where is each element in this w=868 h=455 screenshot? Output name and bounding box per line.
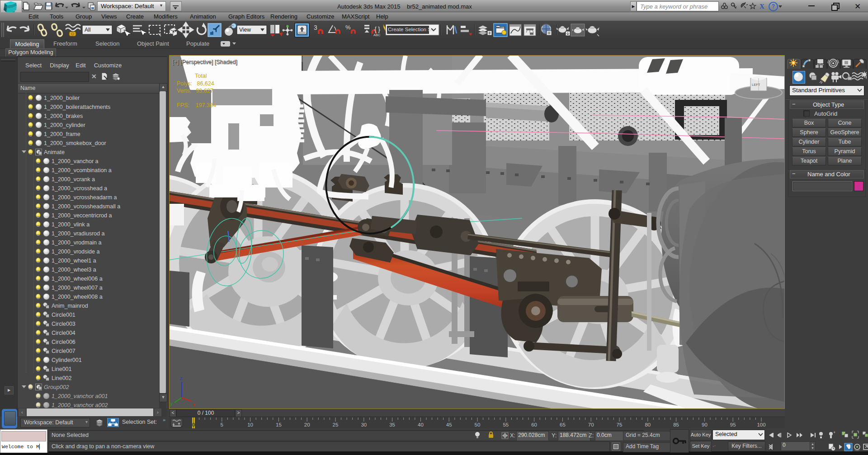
- svg-text:40: 40: [418, 422, 424, 427]
- svg-text:45: 45: [446, 422, 452, 427]
- svg-text:15: 15: [276, 422, 282, 427]
- svg-text:65: 65: [560, 422, 566, 427]
- svg-text:ABC: ABC: [373, 33, 381, 37]
- svg-text:95: 95: [730, 422, 736, 427]
- svg-text:y: y: [170, 401, 173, 406]
- svg-text:}: }: [378, 25, 380, 33]
- svg-text:50: 50: [475, 422, 481, 427]
- svg-text:30: 30: [361, 422, 367, 427]
- svg-text:20: 20: [304, 422, 310, 427]
- svg-text:z: z: [180, 375, 183, 381]
- svg-text:X: X: [760, 3, 764, 10]
- svg-text:View: View: [239, 27, 251, 33]
- svg-text:All: All: [85, 27, 90, 33]
- svg-text:+: +: [833, 430, 835, 435]
- svg-text:LEFT: LEFT: [752, 83, 760, 87]
- svg-text:75: 75: [617, 422, 623, 427]
- svg-text:0: 0: [192, 422, 195, 427]
- svg-text:100: 100: [757, 422, 765, 427]
- svg-text:10: 10: [247, 422, 253, 427]
- svg-text:%: %: [345, 24, 351, 31]
- svg-text:90: 90: [702, 422, 708, 427]
- svg-text:Create Selection Se: Create Selection Se: [388, 27, 434, 32]
- svg-text:85: 85: [673, 422, 679, 427]
- svg-text:80: 80: [645, 422, 651, 427]
- svg-text:60: 60: [531, 422, 537, 427]
- svg-text:3: 3: [314, 24, 317, 31]
- svg-text:70: 70: [588, 422, 594, 427]
- svg-text:55: 55: [503, 422, 509, 427]
- svg-text:5: 5: [221, 422, 223, 427]
- svg-text:35: 35: [389, 422, 395, 427]
- svg-text:x: x: [193, 402, 196, 407]
- svg-text:{: {: [374, 25, 377, 33]
- svg-text:25: 25: [333, 422, 339, 427]
